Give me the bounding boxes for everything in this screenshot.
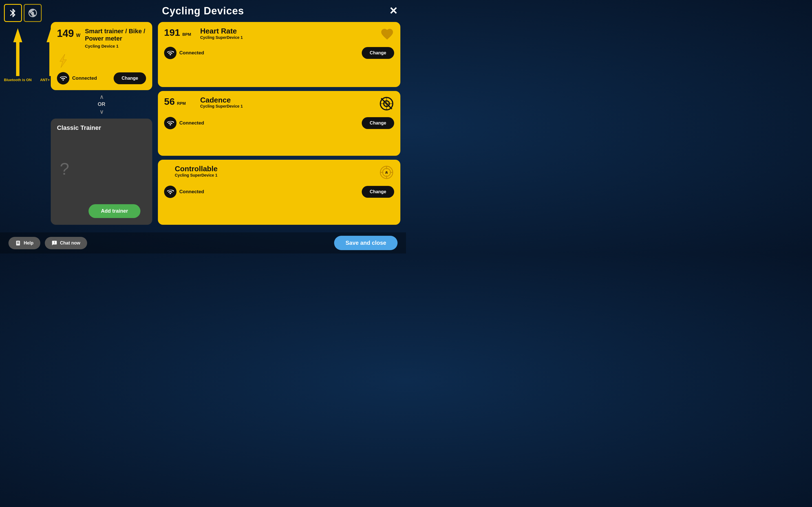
heart-rate-top: 191 BPM Heart Rate Cycling SuperDevice 1 [164, 27, 394, 42]
help-button[interactable]: Help [8, 237, 40, 249]
heart-icon [380, 27, 394, 41]
heart-rate-connected-row: Connected Change [164, 47, 394, 59]
save-close-button[interactable]: Save and close [334, 236, 398, 250]
add-trainer-area: Add trainer [89, 204, 143, 218]
cadence-info: Cadence Cycling SuperDevice 1 [200, 96, 243, 109]
smart-trainer-change-button[interactable]: Change [114, 72, 146, 84]
classic-trainer-card: Classic Trainer ? Add trainer [51, 119, 152, 225]
cadence-wifi-icon [164, 117, 176, 129]
heart-rate-status: Connected [179, 50, 204, 56]
smart-trainer-name: Smart trainer / Bike / Power meter [85, 27, 146, 43]
wifi-icon-ctrl [167, 188, 174, 195]
wifi-icon-cad [167, 119, 174, 127]
controllable-name: Controllable [175, 165, 218, 173]
help-book-icon [15, 240, 21, 246]
svg-text:A: A [385, 170, 388, 175]
controllable-top: Controllable Cycling SuperDevice 1 [164, 165, 394, 181]
controllable-icon: A [379, 165, 394, 180]
smart-trainer-card: 149 W Smart trainer / Bike / Power meter… [51, 22, 152, 90]
help-label: Help [24, 240, 34, 245]
svg-marker-1 [60, 54, 66, 68]
add-trainer-button[interactable]: Add trainer [89, 204, 140, 218]
main-content: 149 W Smart trainer / Bike / Power meter… [0, 22, 406, 225]
smart-trainer-status-area: Connected [57, 72, 97, 84]
bluetooth-label: Bluetooth is ON [4, 78, 32, 82]
heart-rate-unit: BPM [183, 32, 191, 37]
heart-rate-stat: 191 BPM [164, 27, 195, 38]
controllable-sub: Cycling SuperDevice 1 [175, 173, 218, 177]
heart-rate-info: Heart Rate Cycling SuperDevice 1 [200, 27, 243, 40]
page-title: Cycling Devices [162, 5, 244, 17]
heart-rate-name: Heart Rate [200, 27, 243, 35]
smart-trainer-status: Connected [72, 75, 97, 81]
controllable-info: Controllable Cycling SuperDevice 1 [175, 165, 218, 177]
controllable-connected-row: Connected Change [164, 186, 394, 198]
bluetooth-arrow: Bluetooth is ON [4, 28, 32, 82]
controllable-wifi-icon [164, 186, 176, 198]
cadence-icon [379, 96, 394, 111]
controllable-status: Connected [179, 189, 204, 194]
header: Cycling Devices ✕ [0, 0, 406, 22]
controllable-icon-area: A [379, 165, 394, 181]
cadence-connected-row: Connected Change [164, 117, 394, 129]
smart-trainer-connected-row: Connected Change [57, 72, 146, 84]
cadence-change-button[interactable]: Change [362, 117, 394, 129]
cadence-stat: 56 RPM [164, 96, 195, 107]
cadence-sub: Cycling SuperDevice 1 [200, 104, 243, 108]
arrow-head-1 [13, 28, 22, 42]
controllable-card: Controllable Cycling SuperDevice 1 [158, 160, 400, 225]
cadence-unit: RPM [177, 101, 186, 106]
classic-trainer-title: Classic Trainer [57, 124, 101, 131]
lightning-icon [57, 54, 69, 68]
heart-rate-sub: Cycling SuperDevice 1 [200, 35, 243, 40]
right-panel: 191 BPM Heart Rate Cycling SuperDevice 1 [158, 22, 400, 225]
up-chevron: ∧ [100, 94, 104, 100]
down-chevron: ∨ [100, 108, 104, 115]
heart-rate-status-area: Connected [164, 47, 204, 59]
chat-label: Chat now [60, 240, 80, 245]
footer-left-buttons: Help Chat now [8, 237, 87, 249]
smart-trainer-stat-value: 149 [57, 27, 74, 40]
cadence-status: Connected [179, 120, 204, 126]
cadence-value: 56 [164, 96, 175, 107]
cadence-status-area: Connected [164, 117, 204, 129]
left-panel: 149 W Smart trainer / Bike / Power meter… [51, 22, 152, 225]
close-button[interactable]: ✕ [389, 6, 398, 16]
heart-rate-wifi-icon [164, 47, 176, 59]
heart-icon-area [380, 27, 394, 42]
or-divider: ∧ OR ∨ [51, 93, 152, 116]
cadence-icon-area [379, 96, 394, 112]
heart-rate-card: 191 BPM Heart Rate Cycling SuperDevice 1 [158, 22, 400, 87]
controllable-change-button[interactable]: Change [362, 186, 394, 198]
chat-now-button[interactable]: Chat now [45, 237, 87, 249]
arrow-shaft-1 [16, 42, 19, 76]
cadence-top: 56 RPM Cadence Cycling SuperDevice 1 [164, 96, 394, 112]
footer: Help Chat now Save and close [0, 232, 406, 253]
wifi-icon [59, 75, 67, 82]
smart-trainer-wifi-icon [57, 72, 69, 84]
cadence-name: Cadence [200, 96, 243, 104]
lightning-area [57, 54, 146, 69]
controllable-status-area: Connected [164, 186, 204, 198]
smart-trainer-sub: Cycling Device 1 [85, 44, 146, 48]
chat-icon [52, 240, 57, 246]
cadence-card: 56 RPM Cadence Cycling SuperDevice 1 [158, 91, 400, 156]
heart-rate-change-button[interactable]: Change [362, 47, 394, 59]
or-text: OR [98, 101, 105, 107]
classic-trainer-question-icon: ? [60, 159, 69, 179]
smart-trainer-stat-unit: W [76, 33, 80, 38]
heart-rate-value: 191 [164, 27, 180, 38]
wifi-icon-hr [167, 49, 174, 57]
